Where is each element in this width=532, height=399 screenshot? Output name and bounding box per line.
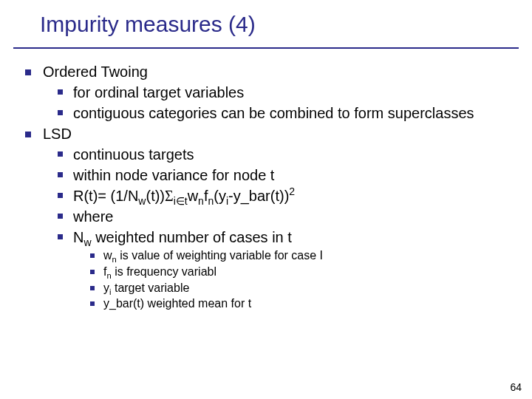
bullet-ybar: y_bar(t) weighted mean for t	[90, 296, 510, 312]
title-rule	[13, 47, 519, 49]
text: yi target variable	[103, 281, 510, 296]
bullet-lsd: LSD	[25, 124, 510, 143]
page-number: 64	[510, 381, 522, 393]
slide-body: Ordered Twoing for ordinal target variab…	[25, 62, 510, 313]
square-bullet-icon	[58, 172, 63, 177]
bullet-continuous-targets: continuous targets	[58, 145, 510, 164]
slide-title: Impurity measures (4)	[0, 0, 532, 37]
square-bullet-icon	[58, 110, 63, 115]
text: wn is value of weighting variable for ca…	[103, 248, 510, 264]
bullet-fn: fn is frequency variabl	[90, 265, 510, 280]
text: LSD	[43, 124, 510, 143]
square-bullet-icon	[90, 270, 95, 274]
square-bullet-icon	[90, 286, 95, 290]
square-bullet-icon	[58, 234, 63, 239]
bullet-where: where	[58, 207, 510, 226]
text: where	[73, 207, 510, 226]
square-bullet-icon	[58, 89, 63, 95]
bullet-nw-weighted: Nw weighted number of cases in t	[58, 228, 510, 247]
slide: Impurity measures (4) Ordered Twoing for…	[0, 0, 532, 399]
bullet-within-node-variance: within node variance for node t	[58, 166, 510, 185]
square-bullet-icon	[25, 69, 31, 75]
bullet-contiguous-categories: contiguous categories can be combined to…	[58, 103, 510, 123]
square-bullet-icon	[90, 253, 95, 258]
bullet-rt-formula: R(t)= (1/Nw(t))Σi∈twnfn(yi-y_bar(t))2	[58, 186, 510, 205]
square-bullet-icon	[58, 214, 63, 219]
text: R(t)= (1/Nw(t))Σi∈twnfn(yi-y_bar(t))2	[73, 186, 510, 205]
text: contiguous categories can be combined to…	[73, 103, 510, 123]
bullet-yi: yi target variable	[90, 281, 510, 296]
text: for ordinal target variables	[73, 83, 510, 102]
text: Nw weighted number of cases in t	[73, 228, 510, 247]
square-bullet-icon	[25, 132, 31, 137]
bullet-ordered-twoing: Ordered Twoing	[25, 62, 510, 81]
square-bullet-icon	[58, 151, 63, 157]
square-bullet-icon	[90, 301, 95, 306]
bullet-ordinal-target: for ordinal target variables	[58, 83, 510, 102]
square-bullet-icon	[58, 193, 63, 198]
text: fn is frequency variabl	[103, 265, 510, 280]
bullet-wn: wn is value of weighting variable for ca…	[90, 248, 510, 264]
text: y_bar(t) weighted mean for t	[103, 296, 510, 312]
text: Ordered Twoing	[43, 62, 510, 81]
text: within node variance for node t	[73, 166, 510, 185]
text: continuous targets	[73, 145, 510, 164]
